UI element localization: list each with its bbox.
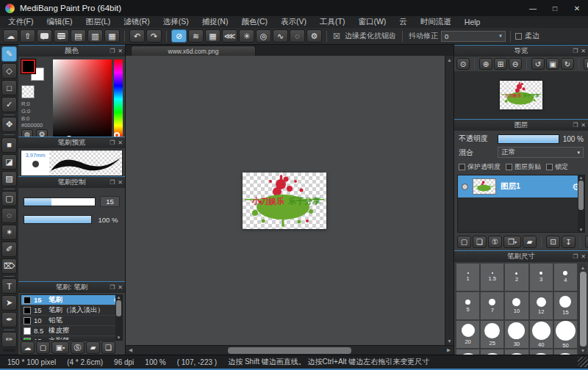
- menu-edit[interactable]: 编辑(E): [40, 17, 79, 27]
- layer-opacity-slider[interactable]: [498, 134, 559, 144]
- arrow-down-icon[interactable]: ▼: [579, 228, 584, 232]
- popout-icon[interactable]: ❐: [110, 139, 115, 146]
- cloud-button[interactable]: ☁: [3, 29, 18, 43]
- size-cell[interactable]: 10: [505, 292, 528, 319]
- menu-cloud[interactable]: 云: [392, 17, 414, 27]
- transparent-swatch[interactable]: [21, 85, 35, 98]
- undo-button[interactable]: ↶: [129, 29, 145, 43]
- close-panel-icon[interactable]: ✕: [581, 122, 586, 128]
- size-cell[interactable]: 7: [481, 292, 503, 319]
- soft-edge-checkbox[interactable]: [515, 33, 522, 40]
- eraser-tool[interactable]: ◇: [1, 63, 17, 79]
- brush-size-scrollbar[interactable]: ▲ ▼: [578, 264, 587, 355]
- copy-layer-button[interactable]: ⊡: [546, 236, 560, 248]
- saturation-value-picker[interactable]: [53, 59, 112, 137]
- snap-radial-button[interactable]: ✳: [239, 29, 254, 43]
- brush-item-selected[interactable]: 15 笔刷 ⚙: [21, 295, 122, 305]
- snap-vanishing-button[interactable]: ⋘: [222, 29, 237, 43]
- material-button[interactable]: ▥: [87, 29, 103, 43]
- palette-button[interactable]: ◍: [21, 129, 33, 137]
- new-layer-button[interactable]: ▢: [457, 236, 471, 248]
- lock-option[interactable]: 锁定: [546, 162, 568, 172]
- snap-curve-button[interactable]: ∿: [273, 29, 288, 43]
- snap-off-button[interactable]: ⊘: [171, 29, 187, 43]
- close-panel-icon[interactable]: ✕: [118, 284, 123, 291]
- size-cell[interactable]: 4: [554, 264, 577, 291]
- menu-select[interactable]: 选择(S): [157, 17, 196, 27]
- scroll-thumb[interactable]: [228, 347, 351, 354]
- duplicate-brush-button[interactable]: ❏: [101, 341, 115, 354]
- add-folder-button[interactable]: ❐▾: [503, 236, 521, 248]
- resize-grip[interactable]: [578, 357, 588, 367]
- size-cell[interactable]: 20: [456, 321, 479, 348]
- clipping-option[interactable]: 图层剪贴: [506, 162, 541, 172]
- hue-marker[interactable]: [114, 132, 120, 137]
- size-cell[interactable]: 1.5: [481, 264, 503, 291]
- merge-layer-button[interactable]: ↧: [562, 236, 576, 248]
- brush-item[interactable]: 10 铅笔: [21, 316, 122, 326]
- popout-icon[interactable]: ❐: [573, 48, 578, 54]
- annotation-button[interactable]: [54, 29, 69, 43]
- color-wheel-button[interactable]: ❂: [36, 129, 48, 137]
- popout-icon[interactable]: ❐: [573, 253, 578, 260]
- edit-table-button[interactable]: ▦: [104, 29, 120, 43]
- select-tool[interactable]: ▢: [1, 191, 17, 206]
- size-cell[interactable]: [481, 349, 503, 355]
- hue-slider[interactable]: [114, 59, 123, 137]
- arrow-up-icon[interactable]: ▲: [117, 295, 121, 300]
- scroll-thumb[interactable]: [116, 300, 121, 316]
- onebit-layer-button[interactable]: ①: [488, 236, 502, 248]
- brush-item[interactable]: 8.5 橡皮擦: [21, 326, 122, 336]
- arrow-up-icon[interactable]: ▲: [581, 265, 585, 270]
- redo-button[interactable]: ↷: [146, 29, 162, 43]
- snap-concentric-button[interactable]: ◎: [256, 29, 271, 43]
- layer-visibility-dot[interactable]: [462, 184, 468, 190]
- menu-window[interactable]: 窗口(W): [351, 17, 392, 27]
- duplicate-layer-button[interactable]: ❏: [473, 236, 487, 248]
- sv-marker[interactable]: [66, 136, 72, 137]
- document-button[interactable]: ▤: [71, 29, 86, 43]
- antialias-checkbox[interactable]: ☒: [333, 32, 340, 41]
- size-cell[interactable]: 40: [530, 321, 553, 348]
- text-tool[interactable]: T: [1, 278, 17, 294]
- size-cell[interactable]: [456, 349, 479, 355]
- size-cell[interactable]: 12: [530, 292, 553, 319]
- minimize-button[interactable]: —: [522, 0, 544, 16]
- menu-layer[interactable]: 图层(L): [79, 17, 117, 27]
- size-cell[interactable]: 3: [530, 264, 553, 291]
- comment-button[interactable]: [37, 29, 52, 43]
- layer-list-scrollbar[interactable]: ▲ ▼: [578, 175, 584, 232]
- size-cell[interactable]: 5: [456, 292, 479, 319]
- color-swatches[interactable]: [21, 59, 48, 83]
- operation-tool[interactable]: ➤: [1, 295, 17, 311]
- arrow-up-icon[interactable]: ▲: [579, 175, 584, 180]
- zoom-in-button[interactable]: ⊕: [479, 58, 492, 70]
- add-brush-button[interactable]: ▢: [36, 341, 50, 354]
- tool-column-scroll[interactable]: [3, 349, 15, 352]
- canvas-viewport[interactable]: 小刀娱乐 乐于分享 ▲ ▼: [126, 56, 453, 345]
- snap-ellipse-button[interactable]: ◌: [290, 29, 305, 43]
- zoom-out-button[interactable]: ⊖: [509, 58, 522, 70]
- navigator-preview[interactable]: 小刀娱乐 乐于分享: [454, 71, 588, 119]
- size-cell[interactable]: 30: [505, 321, 528, 348]
- menu-view[interactable]: 表示(V): [274, 17, 313, 27]
- size-cell[interactable]: [530, 349, 553, 355]
- brush-size-slider[interactable]: [24, 197, 96, 206]
- jitter-select[interactable]: 0 ▾: [441, 31, 506, 42]
- rotate-right-button[interactable]: ↻: [561, 58, 574, 70]
- size-cell[interactable]: [554, 349, 577, 355]
- brush-opacity-slider[interactable]: [24, 215, 92, 224]
- scroll-thumb[interactable]: [578, 181, 584, 210]
- brush-folder-button[interactable]: ▰: [86, 341, 100, 354]
- arrow-down-icon[interactable]: ▼: [117, 335, 121, 340]
- lock-checkbox[interactable]: [546, 164, 553, 170]
- script-brush-button[interactable]: Ⓢ: [71, 341, 85, 354]
- size-cell[interactable]: 2: [505, 264, 528, 291]
- size-cell[interactable]: 50: [554, 321, 577, 348]
- eyedropper-tool[interactable]: ✒: [1, 312, 17, 327]
- divide-tool[interactable]: ✏: [1, 332, 17, 347]
- size-cell[interactable]: 25: [481, 321, 503, 348]
- size-cell[interactable]: 1: [456, 264, 479, 291]
- foreground-color-swatch[interactable]: [21, 59, 35, 73]
- popout-icon[interactable]: ❐: [573, 122, 578, 128]
